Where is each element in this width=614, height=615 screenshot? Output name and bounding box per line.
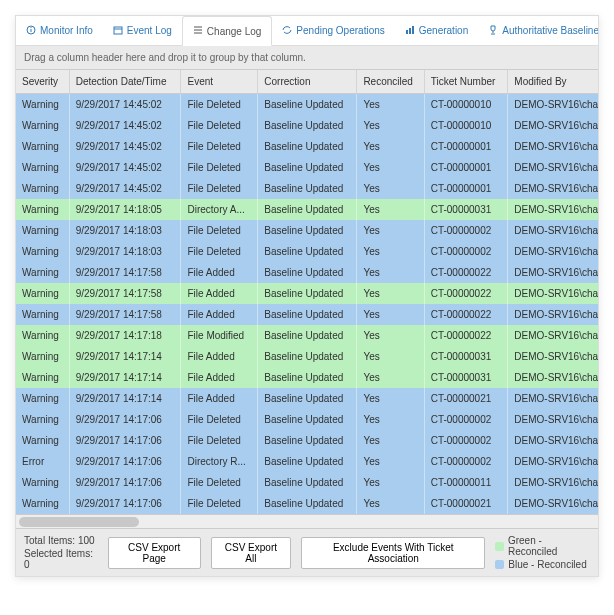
- table-row[interactable]: Warning9/29/2017 14:17:06File DeletedBas…: [16, 430, 598, 451]
- cell: Warning: [16, 430, 69, 451]
- table-row[interactable]: Warning9/29/2017 14:18:03File DeletedBas…: [16, 241, 598, 262]
- cell: CT-00000021: [424, 493, 508, 514]
- table-row[interactable]: Warning9/29/2017 14:45:02File DeletedBas…: [16, 94, 598, 116]
- table-row[interactable]: Warning9/29/2017 14:17:18File ModifiedBa…: [16, 325, 598, 346]
- cell: File Added: [181, 346, 258, 367]
- tab-generation[interactable]: Generation: [395, 16, 478, 45]
- cell: Yes: [357, 94, 424, 116]
- cell: Warning: [16, 283, 69, 304]
- table-row[interactable]: Warning9/29/2017 14:17:58File AddedBasel…: [16, 304, 598, 325]
- legend-swatch-green: [495, 542, 504, 551]
- col-detection-date-time[interactable]: Detection Date/Time: [69, 70, 181, 94]
- col-severity[interactable]: Severity: [16, 70, 69, 94]
- tab-label: Generation: [419, 25, 468, 36]
- cell: Warning: [16, 409, 69, 430]
- cell: File Deleted: [181, 94, 258, 116]
- cell: File Added: [181, 304, 258, 325]
- grid-scroll[interactable]: SeverityDetection Date/TimeEventCorrecti…: [16, 70, 598, 514]
- cell: Warning: [16, 199, 69, 220]
- horizontal-scrollbar[interactable]: [16, 514, 598, 528]
- cell: CT-00000031: [424, 346, 508, 367]
- cell: Warning: [16, 325, 69, 346]
- table-row[interactable]: Warning9/29/2017 14:17:14File AddedBasel…: [16, 346, 598, 367]
- col-event[interactable]: Event: [181, 70, 258, 94]
- calendar-icon: [113, 25, 123, 37]
- tab-monitor-info[interactable]: Monitor Info: [16, 16, 103, 45]
- cell: File Deleted: [181, 493, 258, 514]
- csv-export-page-button[interactable]: CSV Export Page: [108, 537, 201, 569]
- cell: Baseline Updated: [258, 472, 357, 493]
- cell: File Deleted: [181, 136, 258, 157]
- col-ticket-number[interactable]: Ticket Number: [424, 70, 508, 94]
- cell: Baseline Updated: [258, 157, 357, 178]
- selected-items-label: Selected Items: 0: [24, 548, 98, 570]
- cell: Yes: [357, 241, 424, 262]
- cell: 9/29/2017 14:17:58: [69, 262, 181, 283]
- cell: Baseline Updated: [258, 241, 357, 262]
- cell: Yes: [357, 178, 424, 199]
- cell: Baseline Updated: [258, 115, 357, 136]
- trophy-icon: [488, 25, 498, 37]
- cell: 9/29/2017 14:45:02: [69, 94, 181, 116]
- scrollbar-thumb[interactable]: [19, 517, 139, 527]
- table-row[interactable]: Warning9/29/2017 14:45:02File DeletedBas…: [16, 178, 598, 199]
- cell: 9/29/2017 14:17:14: [69, 367, 181, 388]
- exclude-events-button[interactable]: Exclude Events With Ticket Association: [301, 537, 485, 569]
- table-row[interactable]: Warning9/29/2017 14:17:14File AddedBasel…: [16, 367, 598, 388]
- tab-authoritative-baseline[interactable]: Authoritative Baseline: [478, 16, 599, 45]
- cell: 9/29/2017 14:45:02: [69, 157, 181, 178]
- cell: CT-00000010: [424, 94, 508, 116]
- cell: Yes: [357, 493, 424, 514]
- tab-change-log[interactable]: Change Log: [182, 16, 273, 46]
- list-icon: [193, 25, 203, 37]
- table-row[interactable]: Warning9/29/2017 14:17:14File AddedBasel…: [16, 388, 598, 409]
- legend: Green - Reconciled Blue - Reconciled: [495, 535, 590, 570]
- cell: DEMO-SRV16\chandler_justin: [508, 94, 598, 116]
- cell: CT-00000002: [424, 451, 508, 472]
- cell: Baseline Updated: [258, 262, 357, 283]
- table-row[interactable]: Warning9/29/2017 14:45:02File DeletedBas…: [16, 115, 598, 136]
- cell: Yes: [357, 325, 424, 346]
- col-reconciled[interactable]: Reconciled: [357, 70, 424, 94]
- col-modified-by[interactable]: Modified By: [508, 70, 598, 94]
- cell: 9/29/2017 14:17:06: [69, 430, 181, 451]
- svg-rect-3: [114, 27, 122, 34]
- table-row[interactable]: Warning9/29/2017 14:17:58File AddedBasel…: [16, 262, 598, 283]
- legend-green-label: Green - Reconciled: [508, 535, 590, 557]
- cell: CT-00000011: [424, 472, 508, 493]
- table-row[interactable]: Warning9/29/2017 14:18:03File DeletedBas…: [16, 220, 598, 241]
- cell: Yes: [357, 283, 424, 304]
- tab-event-log[interactable]: Event Log: [103, 16, 182, 45]
- legend-blue-label: Blue - Reconciled: [508, 559, 586, 570]
- cell: Warning: [16, 304, 69, 325]
- cell: DEMO-SRV16\chandler_justin: [508, 241, 598, 262]
- tab-pending-operations[interactable]: Pending Operations: [272, 16, 394, 45]
- table-row[interactable]: Warning9/29/2017 14:17:58File AddedBasel…: [16, 283, 598, 304]
- legend-swatch-blue: [495, 560, 504, 569]
- cell: Yes: [357, 220, 424, 241]
- table-row[interactable]: Warning9/29/2017 14:45:02File DeletedBas…: [16, 157, 598, 178]
- cell: File Deleted: [181, 241, 258, 262]
- cell: Warning: [16, 388, 69, 409]
- tab-label: Pending Operations: [296, 25, 384, 36]
- cell: CT-00000002: [424, 241, 508, 262]
- table-row[interactable]: Error9/29/2017 14:17:06Directory R...Bas…: [16, 451, 598, 472]
- csv-export-all-button[interactable]: CSV Export All: [211, 537, 292, 569]
- cell: DEMO-SRV16\chandler_justin: [508, 220, 598, 241]
- cell: DEMO-SRV16\chandler_justin: [508, 199, 598, 220]
- cell: Warning: [16, 115, 69, 136]
- tab-label: Authoritative Baseline: [502, 25, 599, 36]
- col-correction[interactable]: Correction: [258, 70, 357, 94]
- cell: CT-00000001: [424, 178, 508, 199]
- table-row[interactable]: Warning9/29/2017 14:17:06File DeletedBas…: [16, 409, 598, 430]
- table-row[interactable]: Warning9/29/2017 14:17:06File DeletedBas…: [16, 472, 598, 493]
- cell: Yes: [357, 367, 424, 388]
- cell: 9/29/2017 14:17:06: [69, 472, 181, 493]
- cell: DEMO-SRV16\chandler_justin: [508, 115, 598, 136]
- table-row[interactable]: Warning9/29/2017 14:45:02File DeletedBas…: [16, 136, 598, 157]
- info-icon: [26, 25, 36, 37]
- table-row[interactable]: Warning9/29/2017 14:17:06File DeletedBas…: [16, 493, 598, 514]
- cell: DEMO-SRV16\chandler_justin: [508, 409, 598, 430]
- tab-label: Change Log: [207, 26, 262, 37]
- table-row[interactable]: Warning9/29/2017 14:18:05Directory A...B…: [16, 199, 598, 220]
